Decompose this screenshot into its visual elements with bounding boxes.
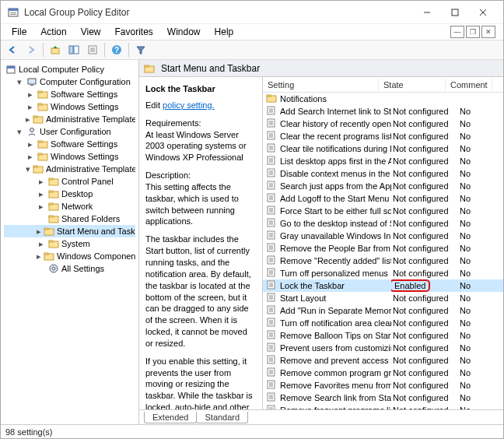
tab-standard[interactable]: Standard	[196, 412, 248, 423]
expand-icon[interactable]: ▸	[26, 152, 35, 161]
collapse-icon[interactable]: ▾	[15, 77, 24, 86]
list-row[interactable]: Remove frequent programs lis...Not confi…	[263, 404, 503, 409]
menu-help[interactable]: Help	[208, 25, 240, 39]
show-hide-tree-button[interactable]	[65, 41, 82, 58]
collapse-icon[interactable]: ▾	[15, 127, 24, 136]
tree-admin-templates[interactable]: ▾Administrative Templates	[4, 163, 135, 175]
tree-item[interactable]: ▸Network	[4, 200, 135, 212]
expand-icon[interactable]: ▸	[37, 189, 46, 198]
list-row[interactable]: Remove Favorites menu from ...Not config…	[263, 379, 503, 392]
setting-icon	[266, 106, 277, 117]
folder-icon	[48, 188, 59, 199]
col-comment[interactable]: Comment	[446, 79, 492, 91]
menu-file[interactable]: File	[5, 25, 33, 39]
menu-view[interactable]: View	[75, 25, 107, 39]
col-setting[interactable]: Setting	[263, 79, 379, 91]
col-end	[492, 83, 503, 86]
minimize-button[interactable]	[413, 2, 441, 23]
tree-item[interactable]: ▸Desktop	[4, 188, 135, 200]
tree-item[interactable]: ▸System	[4, 237, 135, 250]
expand-icon[interactable]: ▸	[37, 239, 46, 248]
tree-item[interactable]: ▸Windows Settings	[4, 100, 135, 113]
tree-item[interactable]: ▸Software Settings	[4, 138, 135, 150]
list-row[interactable]: Turn off personalized menusNot configure…	[263, 267, 503, 279]
folder-icon	[37, 101, 48, 112]
status-bar: 98 setting(s)	[1, 424, 503, 438]
tree-item[interactable]: ▸Shared Folders	[4, 212, 135, 225]
tree-item[interactable]: ▸Windows Settings	[4, 150, 135, 163]
tree-computer-config[interactable]: ▾ Computer Configuration	[4, 76, 135, 88]
setting-icon	[266, 268, 277, 279]
tree-item[interactable]: ▸Software Settings	[4, 88, 135, 100]
folder-icon	[44, 226, 54, 237]
list-row[interactable]: Force Start to be either full scr...Not …	[263, 205, 503, 217]
list-row[interactable]: Add Search Internet link to Sta...Not co…	[263, 105, 503, 118]
expand-icon[interactable]: ▸	[37, 202, 46, 211]
help-button[interactable]: ?	[108, 41, 125, 58]
list-body[interactable]: NotificationsAdd Search Internet link to…	[263, 93, 503, 409]
tree-pane[interactable]: Local Computer Policy ▾ Computer Configu…	[1, 60, 139, 424]
tree-item-all-settings[interactable]: ▸All Settings	[4, 262, 135, 275]
list-row[interactable]: Remove common program gr...Not configure…	[263, 367, 503, 379]
close-button[interactable]	[469, 2, 497, 23]
back-button[interactable]	[4, 41, 21, 58]
list-row[interactable]: Go to the desktop instead of St...Not co…	[263, 217, 503, 230]
tree-root[interactable]: Local Computer Policy	[4, 63, 135, 76]
list-row[interactable]: List desktop apps first in the A...Not c…	[263, 155, 503, 167]
list-row[interactable]: Remove Balloon Tips on Start ...Not conf…	[263, 329, 503, 342]
mdi-close-button[interactable]: ✕	[481, 26, 495, 38]
expand-icon[interactable]: ▸	[37, 227, 41, 236]
expand-icon[interactable]: ▸	[26, 139, 35, 149]
right-header-title: Start Menu and Taskbar	[161, 63, 260, 74]
expand-icon[interactable]: ▸	[26, 102, 35, 111]
list-row[interactable]: Remove "Recently added" list f...Not con…	[263, 255, 503, 267]
tab-extended[interactable]: Extended	[144, 412, 197, 423]
toolbar: ?	[1, 40, 503, 60]
list-row[interactable]: Remove Search link from Start...Not conf…	[263, 392, 503, 404]
tree-item[interactable]: ▸Control Panel	[4, 175, 135, 188]
right-header: Start Menu and Taskbar	[139, 60, 503, 77]
expand-icon[interactable]: ▸	[37, 251, 41, 261]
list-row[interactable]: Search just apps from the App...Not conf…	[263, 180, 503, 192]
mdi-minimize-button[interactable]: —	[450, 26, 464, 38]
list-row[interactable]: Turn off notification area clean...Not c…	[263, 317, 503, 329]
up-button[interactable]	[47, 41, 64, 58]
mdi-restore-button[interactable]: ❐	[466, 26, 480, 38]
expand-icon[interactable]: ▸	[26, 90, 35, 99]
expand-icon[interactable]: ▸	[37, 177, 46, 186]
forward-button[interactable]	[23, 41, 40, 58]
tree-user-config[interactable]: ▾ User Configuration	[4, 125, 135, 138]
tree-item-start-menu[interactable]: ▸Start Menu and Taskbar	[4, 225, 135, 237]
list-row[interactable]: Add "Run in Separate Memory...Not config…	[263, 304, 503, 317]
list-row[interactable]: Lock the TaskbarEnabledNo	[263, 279, 503, 292]
collapse-icon[interactable]: ▾	[26, 164, 30, 174]
properties-button[interactable]	[84, 41, 101, 58]
list-row[interactable]: Remove and prevent access to...Not confi…	[263, 354, 503, 367]
menu-favorites[interactable]: Favorites	[109, 25, 159, 39]
tree-item[interactable]: ▸Windows Components	[4, 250, 135, 262]
expand-icon[interactable]: ▸	[26, 114, 30, 124]
menu-window[interactable]: Window	[161, 25, 207, 39]
list-row[interactable]: Clear tile notifications during l...Not …	[263, 142, 503, 155]
tree-item[interactable]: ▸Administrative Templates	[4, 113, 135, 125]
edit-policy-link[interactable]: policy setting.	[163, 100, 215, 110]
titlebar: Local Group Policy Editor	[1, 1, 503, 24]
svg-rect-22	[38, 91, 42, 93]
list-row[interactable]: Clear history of recently opene...Not co…	[263, 118, 503, 130]
setting-icon	[266, 342, 277, 353]
list-row[interactable]: Add Logoff to the Start MenuNot configur…	[263, 192, 503, 205]
list-row[interactable]: Start LayoutNot configuredNo	[263, 292, 503, 304]
svg-rect-8	[51, 48, 59, 54]
col-state[interactable]: State	[379, 79, 446, 91]
maximize-button[interactable]	[441, 2, 469, 23]
list-row[interactable]: Clear the recent programs list f...Not c…	[263, 130, 503, 142]
list-folder-row[interactable]: Notifications	[263, 93, 503, 105]
list-row[interactable]: Prevent users from customizin...Not conf…	[263, 342, 503, 354]
list-row[interactable]: Disable context menus in the S...Not con…	[263, 167, 503, 180]
svg-rect-31	[38, 153, 42, 155]
list-row[interactable]: Remove the People Bar from t...Not confi…	[263, 242, 503, 255]
list-row[interactable]: Gray unavailable Windows Inst...Not conf…	[263, 230, 503, 242]
svg-rect-45	[49, 241, 53, 242]
menu-action[interactable]: Action	[34, 25, 72, 39]
filter-button[interactable]	[132, 41, 149, 58]
